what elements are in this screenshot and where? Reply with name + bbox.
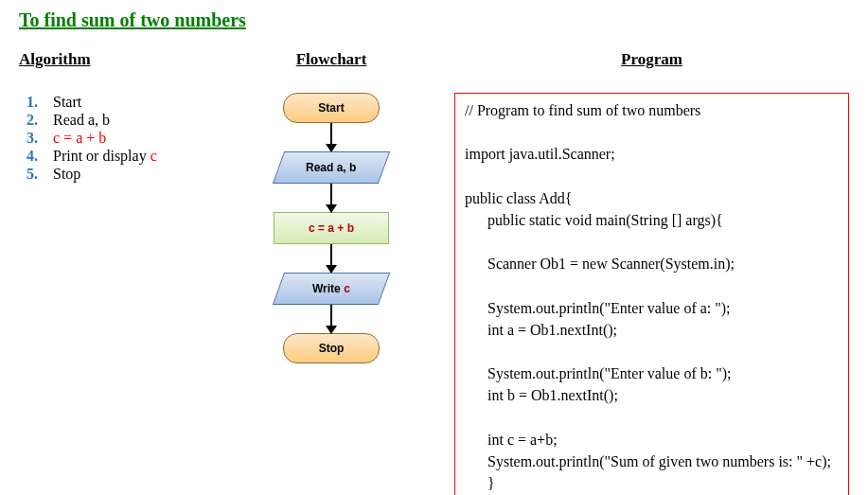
program-heading: Program (621, 50, 682, 69)
flowchart-heading: Flowchart (296, 50, 367, 69)
flow-io-write-label: Write c (312, 282, 350, 295)
flow-process: c = a + b (274, 212, 389, 244)
step-number: 3. (27, 130, 53, 147)
flow-start: Start (283, 93, 380, 123)
flow-stop: Stop (283, 333, 380, 363)
program-column: Program // Program to find sum of two nu… (454, 50, 849, 495)
algorithm-list: 1. Start 2. Read a, b 3. c = a + b 4. Pr… (19, 93, 208, 184)
step-number: 1. (27, 94, 53, 111)
step-text: Start (53, 94, 81, 111)
flow-arrow-icon (330, 305, 332, 333)
columns: Algorithm 1. Start 2. Read a, b 3. c = a… (19, 50, 849, 495)
step-number: 4. (27, 148, 53, 165)
step-text-main: Print or display (53, 148, 151, 164)
step-text: Stop (53, 166, 80, 183)
step-text: c = a + b (53, 130, 106, 147)
step-number: 2. (27, 112, 53, 129)
flowchart: Start Read a, b c = a + b Write c Stop (274, 93, 389, 363)
flow-io-write: Write c (273, 273, 390, 305)
algorithm-step: 3. c = a + b (27, 130, 208, 147)
program-code: // Program to find sum of two numbers im… (454, 93, 849, 495)
flow-arrow-icon (330, 184, 332, 212)
step-number: 5. (27, 166, 53, 183)
flow-io-read: Read a, b (273, 151, 390, 184)
algorithm-step: 5. Stop (27, 166, 208, 183)
flow-arrow-icon (330, 123, 332, 151)
step-text-var: c (151, 148, 157, 164)
step-text: Print or display c (53, 148, 157, 165)
flow-write-var: c (344, 282, 350, 295)
algorithm-heading: Algorithm (19, 50, 91, 69)
flowchart-column: Flowchart Start Read a, b c = a + b Writ… (246, 50, 416, 363)
algorithm-step: 4. Print or display c (27, 148, 208, 165)
page-title: To find sum of two numbers (19, 9, 849, 31)
algorithm-step: 2. Read a, b (27, 112, 208, 129)
step-text: Read a, b (53, 112, 110, 129)
algorithm-step: 1. Start (27, 94, 208, 111)
flow-io-read-label: Read a, b (306, 161, 356, 174)
algorithm-column: Algorithm 1. Start 2. Read a, b 3. c = a… (19, 50, 208, 184)
flow-write-prefix: Write (312, 282, 344, 295)
flow-arrow-icon (330, 244, 332, 273)
